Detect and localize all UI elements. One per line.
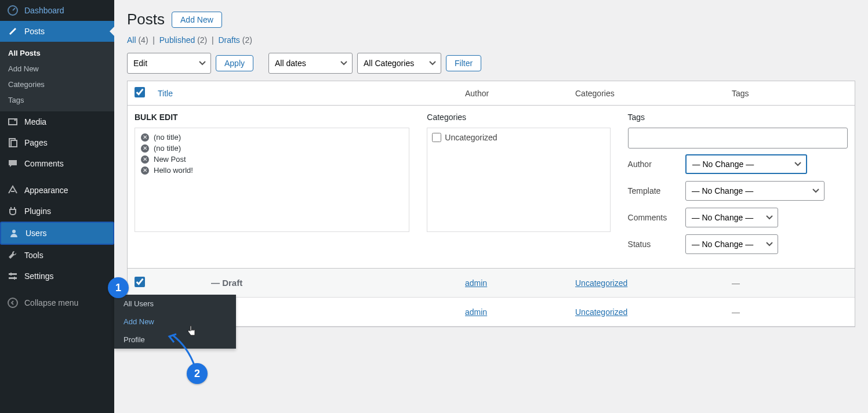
- sidebar-collapse[interactable]: Collapse menu: [0, 292, 114, 313]
- svg-point-5: [12, 230, 16, 233]
- svg-rect-7: [9, 277, 17, 279]
- sidebar-dashboard[interactable]: Dashboard: [0, 0, 114, 21]
- table-row: (no t — Draft admin Uncategorized —: [128, 298, 855, 327]
- author-label: Author: [628, 160, 677, 169]
- bulk-categories-heading: Categories: [427, 113, 610, 122]
- bulk-edit-panel: BULK EDIT ✕(no title) ✕(no title) ✕New P…: [128, 106, 855, 269]
- bulk-post-item: ✕(no title): [139, 143, 405, 154]
- svg-point-10: [8, 298, 17, 307]
- users-icon: [8, 227, 20, 239]
- row-checkbox[interactable]: [135, 277, 145, 287]
- svg-rect-6: [9, 273, 17, 275]
- comments-icon: [7, 158, 19, 169]
- column-title[interactable]: Title: [158, 89, 173, 98]
- appearance-icon: [7, 184, 19, 196]
- filter-button[interactable]: Filter: [446, 55, 481, 71]
- submenu-tags[interactable]: Tags: [0, 92, 114, 108]
- sidebar-comments[interactable]: Comments: [0, 153, 114, 174]
- sidebar-users[interactable]: Users: [0, 222, 114, 245]
- sidebar-posts[interactable]: Posts: [0, 21, 114, 42]
- filter-published[interactable]: Published: [159, 35, 195, 45]
- submenu-all-posts[interactable]: All Posts: [0, 45, 114, 61]
- remove-icon[interactable]: ✕: [141, 155, 149, 164]
- svg-point-2: [14, 119, 16, 121]
- posts-table: Title Author Categories Tags BULK EDIT ✕…: [127, 81, 855, 327]
- bulk-post-item: ✕(no title): [139, 132, 405, 143]
- comments-label: Comments: [628, 213, 677, 222]
- annotation-badge-2: 2: [187, 363, 208, 384]
- sidebar-tools[interactable]: Tools: [0, 245, 114, 266]
- add-new-button[interactable]: Add New: [172, 12, 222, 28]
- row-category-link[interactable]: Uncategorized: [575, 307, 627, 317]
- sidebar-settings[interactable]: Settings: [0, 266, 114, 287]
- table-row: — Draft admin Uncategorized —: [128, 269, 855, 298]
- bulk-posts-listbox[interactable]: ✕(no title) ✕(no title) ✕New Post ✕Hello…: [135, 128, 409, 232]
- tools-icon: [7, 249, 19, 261]
- select-all-checkbox[interactable]: [135, 87, 145, 97]
- category-filter-select[interactable]: All Categories: [357, 53, 441, 74]
- template-label: Template: [628, 186, 677, 195]
- sidebar-label: Media: [24, 117, 46, 126]
- remove-icon[interactable]: ✕: [141, 166, 149, 175]
- submenu-categories[interactable]: Categories: [0, 77, 114, 92]
- template-select[interactable]: — No Change —: [685, 181, 825, 201]
- status-label: Status: [628, 240, 677, 249]
- remove-icon[interactable]: ✕: [141, 133, 149, 142]
- sidebar-label: Tools: [24, 251, 43, 260]
- category-checkbox[interactable]: [432, 133, 441, 142]
- pages-icon: [7, 137, 19, 148]
- bulk-tags-heading: Tags: [628, 113, 848, 122]
- sidebar-plugins[interactable]: Plugins: [0, 201, 114, 222]
- table-header: Title Author Categories Tags: [128, 81, 855, 106]
- filter-all[interactable]: All: [127, 35, 136, 45]
- sidebar-label: Comments: [24, 159, 64, 168]
- row-author-link[interactable]: admin: [465, 307, 487, 317]
- row-tags: —: [732, 278, 740, 288]
- sidebar-label: Appearance: [24, 186, 68, 195]
- bulk-categories-listbox[interactable]: Uncategorized: [427, 128, 610, 232]
- bulk-post-item: ✕New Post: [139, 154, 405, 165]
- sidebar-appearance[interactable]: Appearance: [0, 180, 114, 201]
- media-icon: [7, 116, 19, 128]
- svg-rect-9: [14, 277, 15, 280]
- sidebar-label: Settings: [24, 271, 54, 281]
- status-filter-links: All (4) | Published (2) | Drafts (2): [127, 35, 855, 45]
- pin-icon: [7, 26, 19, 37]
- sidebar-label: Dashboard: [24, 6, 64, 15]
- row-title-status: — Draft: [211, 278, 242, 288]
- sidebar-pages[interactable]: Pages: [0, 132, 114, 153]
- row-category-link[interactable]: Uncategorized: [575, 278, 627, 288]
- tags-input[interactable]: [628, 128, 848, 148]
- sidebar-media[interactable]: Media: [0, 111, 114, 132]
- submenu-add-new[interactable]: Add New: [0, 61, 114, 77]
- sidebar-label: Plugins: [24, 206, 51, 216]
- sidebar-label: Collapse menu: [24, 298, 78, 307]
- annotation-badge-1: 1: [108, 277, 129, 298]
- date-filter-select[interactable]: All dates: [268, 53, 353, 74]
- posts-submenu: All Posts Add New Categories Tags: [0, 42, 114, 111]
- apply-button[interactable]: Apply: [216, 55, 253, 71]
- comments-select[interactable]: — No Change —: [685, 208, 778, 227]
- category-option[interactable]: Uncategorized: [431, 132, 606, 143]
- status-select[interactable]: — No Change —: [685, 234, 778, 254]
- remove-icon[interactable]: ✕: [141, 144, 149, 153]
- column-author: Author: [465, 89, 575, 98]
- bulk-action-select[interactable]: Edit: [127, 53, 211, 74]
- page-title: Posts: [127, 10, 165, 28]
- bulk-post-item: ✕Hello world!: [139, 165, 405, 176]
- filter-drafts[interactable]: Drafts: [219, 35, 240, 45]
- main-content: Posts Add New All (4) | Published (2) | …: [114, 0, 868, 413]
- flyout-all-users[interactable]: All Users: [114, 295, 236, 313]
- admin-sidebar: Dashboard Posts All Posts Add New Catego…: [0, 0, 114, 413]
- dashboard-icon: [7, 5, 19, 16]
- flyout-add-new[interactable]: Add New: [114, 313, 236, 331]
- author-select[interactable]: — No Change —: [685, 154, 807, 174]
- row-author-link[interactable]: admin: [465, 278, 487, 288]
- cursor-pointer-icon: [187, 325, 197, 336]
- filter-published-count: (2): [197, 35, 207, 45]
- sidebar-label: Users: [26, 229, 47, 238]
- settings-icon: [7, 270, 19, 282]
- row-tags: —: [732, 307, 740, 317]
- bulk-edit-heading: BULK EDIT: [135, 113, 409, 122]
- plugins-icon: [7, 205, 19, 217]
